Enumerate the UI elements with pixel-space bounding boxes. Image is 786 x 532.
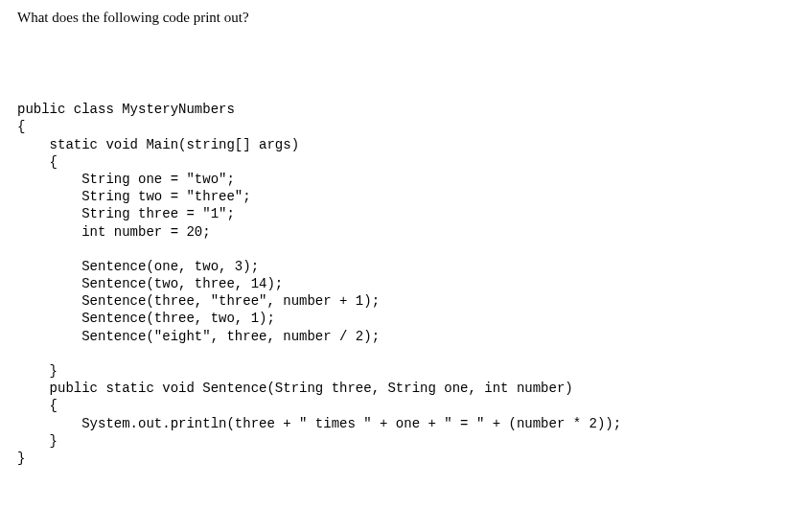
code-line: Sentence(one, two, 3); — [17, 259, 259, 274]
code-line: Sentence("eight", three, number / 2); — [17, 329, 380, 344]
code-line: String three = "1"; — [17, 206, 235, 221]
code-line: Sentence(three, "three", number + 1); — [17, 293, 380, 309]
code-line: System.out.println(three + " times " + o… — [17, 416, 621, 431]
code-line: } — [17, 433, 58, 449]
code-line: { — [17, 119, 25, 134]
code-line: int number = 20; — [17, 224, 211, 240]
code-line: { — [17, 398, 58, 413]
code-line: { — [17, 154, 58, 170]
code-line: String two = "three"; — [17, 189, 251, 204]
code-line: } — [17, 363, 58, 379]
code-line: } — [17, 451, 25, 466]
code-line: String one = "two"; — [17, 172, 235, 187]
code-block: public class MysteryNumbers { static voi… — [17, 83, 769, 467]
code-line: public static void Sentence(String three… — [17, 381, 573, 396]
question-text: What does the following code print out? — [17, 10, 769, 26]
code-line: static void Main(string[] args) — [17, 137, 299, 152]
code-line: Sentence(three, two, 1); — [17, 311, 275, 326]
code-line: Sentence(two, three, 14); — [17, 276, 283, 291]
code-line: public class MysteryNumbers — [17, 102, 235, 117]
